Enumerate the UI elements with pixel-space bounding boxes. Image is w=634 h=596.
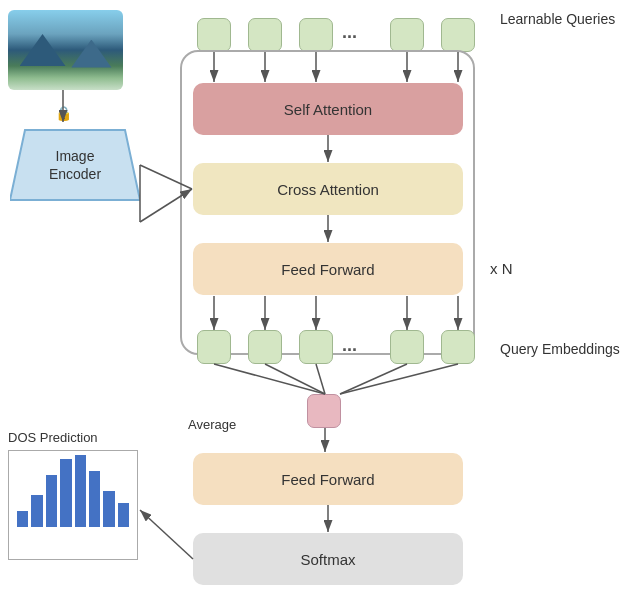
top-dots: ...	[342, 22, 357, 43]
chart-bar	[118, 503, 129, 527]
learnable-query-token-4	[390, 18, 424, 52]
self-attention-box: Self Attention	[193, 83, 463, 135]
softmax-box: Softmax	[193, 533, 463, 585]
chart-bars	[9, 451, 137, 531]
feed-forward-bottom-box: Feed Forward	[193, 453, 463, 505]
chart-bar	[75, 455, 86, 527]
learnable-query-token-2	[248, 18, 282, 52]
learnable-query-token-5	[441, 18, 475, 52]
query-embed-token-1	[197, 330, 231, 364]
svg-line-21	[316, 364, 325, 394]
feed-forward-top-box: Feed Forward	[193, 243, 463, 295]
bottom-dots: ...	[342, 335, 357, 356]
image-encoder-label: Image Encoder	[43, 147, 108, 183]
svg-line-23	[340, 364, 458, 394]
chart-bar	[46, 475, 57, 527]
svg-line-22	[340, 364, 407, 394]
svg-line-19	[214, 364, 325, 394]
dos-chart	[8, 450, 138, 560]
query-embed-token-2	[248, 330, 282, 364]
chart-bar	[89, 471, 100, 527]
dos-prediction-label: DOS Prediction	[8, 430, 98, 447]
query-embed-token-4	[390, 330, 424, 364]
lock-icon: 🔒	[55, 105, 72, 121]
mountain-image	[8, 10, 123, 90]
learnable-query-token-3	[299, 18, 333, 52]
cross-attention-box: Cross Attention	[193, 163, 463, 215]
svg-line-26	[140, 510, 193, 559]
svg-line-20	[265, 364, 325, 394]
query-embeddings-label: Query Embeddings	[500, 340, 620, 360]
chart-bar	[31, 495, 42, 527]
xn-label: x N	[490, 260, 513, 277]
learnable-query-token-1	[197, 18, 231, 52]
chart-bar	[103, 491, 114, 527]
query-embed-token-5	[441, 330, 475, 364]
image-encoder: Image Encoder	[10, 125, 140, 205]
average-node	[307, 394, 341, 428]
chart-bar	[60, 459, 71, 527]
query-embed-token-3	[299, 330, 333, 364]
learnable-queries-label: Learnable Queries	[500, 10, 615, 30]
chart-bar	[17, 511, 28, 527]
diagram: 🔒 Image Encoder Learnable Queries Query …	[0, 0, 634, 596]
average-label: Average	[188, 417, 236, 432]
